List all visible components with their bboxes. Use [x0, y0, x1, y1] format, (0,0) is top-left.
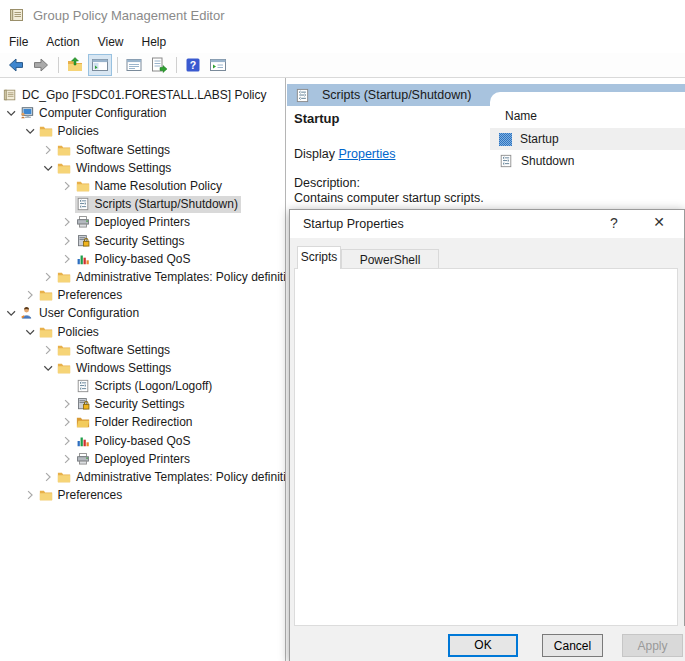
scripts-icon — [76, 197, 90, 211]
chevron-glyph — [60, 215, 74, 229]
tab-scripts[interactable]: Scripts — [297, 246, 341, 269]
app-scroll-icon — [9, 7, 25, 23]
tree-item-windows-settings[interactable]: Windows Settings — [0, 359, 285, 377]
chevron-glyph — [41, 270, 55, 284]
up-one-level-button[interactable] — [63, 54, 87, 76]
tree-item-administrative-templates-policy-definitions[interactable]: Administrative Templates: Policy definit… — [0, 268, 285, 286]
new-window-button[interactable] — [206, 54, 230, 76]
chevron-right-icon[interactable] — [22, 287, 38, 303]
tree-item-computer-configuration[interactable]: Computer Configuration — [0, 104, 285, 122]
chevron-down-icon[interactable] — [3, 305, 19, 321]
tree-item-user-configuration[interactable]: User Configuration — [0, 304, 285, 322]
chevron-down-icon[interactable] — [40, 160, 56, 176]
tree-item-scripts-startup-shutdown[interactable]: Scripts (Startup/Shutdown) — [0, 195, 285, 213]
tree-item-folder-redirection[interactable]: Folder Redirection — [0, 413, 285, 431]
chevron-right-icon[interactable] — [59, 233, 75, 249]
description-text: Contains computer startup scripts. — [294, 191, 484, 205]
chevron-right-icon[interactable] — [59, 451, 75, 467]
scripts-icon — [76, 379, 90, 393]
chevron-glyph — [23, 488, 37, 502]
tree-item-label: Policies — [58, 325, 99, 339]
tree-item-label: Software Settings — [76, 143, 170, 157]
cancel-button[interactable]: Cancel — [542, 634, 603, 657]
properties-icon — [125, 56, 143, 74]
tab-powershell-scripts[interactable]: PowerShell Scripts — [341, 249, 439, 269]
chevron-glyph — [60, 397, 74, 411]
tree-item-security-settings[interactable]: Security Settings — [0, 395, 285, 413]
chevron-right-icon[interactable] — [40, 342, 56, 358]
dialog-help-button[interactable]: ? — [604, 215, 624, 234]
chevron-right-icon[interactable] — [40, 142, 56, 158]
menu-file[interactable]: File — [0, 32, 37, 52]
chevron-down-icon[interactable] — [40, 360, 56, 376]
results-item-startup[interactable]: Startup — [490, 128, 685, 150]
console-tree-icon — [91, 56, 109, 74]
chevron-right-icon[interactable] — [59, 414, 75, 430]
tree-item-label: Scripts (Startup/Shutdown) — [95, 197, 238, 211]
properties-link[interactable]: Properties — [338, 147, 395, 161]
tree-item-scripts-logon-logoff[interactable]: Scripts (Logon/Logoff) — [0, 377, 285, 395]
chevron-right-icon[interactable] — [40, 469, 56, 485]
chevron-down-icon[interactable] — [22, 324, 38, 340]
qos-icon — [76, 434, 90, 448]
tree-item-label: Administrative Templates: Policy definit… — [76, 470, 286, 484]
security-icon — [76, 234, 90, 248]
menu-view[interactable]: View — [89, 32, 133, 52]
chevron-down-icon[interactable] — [3, 105, 19, 121]
tree-item-administrative-templates-policy-definitions[interactable]: Administrative Templates: Policy definit… — [0, 468, 285, 486]
tree-item-name-resolution-policy[interactable]: Name Resolution Policy — [0, 177, 285, 195]
chevron-right-icon[interactable] — [59, 396, 75, 412]
dialog-close-button[interactable]: ✕ — [645, 214, 673, 235]
tree-item-deployed-printers[interactable]: Deployed Printers — [0, 450, 285, 468]
chevron-down-icon[interactable] — [22, 123, 38, 139]
apply-button[interactable]: Apply — [622, 634, 683, 657]
chevron-glyph — [41, 161, 55, 175]
menu-help[interactable]: Help — [133, 32, 176, 52]
results-items: StartupShutdown — [490, 128, 685, 172]
chevron-right-icon[interactable] — [22, 487, 38, 503]
results-header-title: Scripts (Startup/Shutdown) — [322, 88, 471, 102]
chevron-glyph — [60, 179, 74, 193]
export-list-button[interactable] — [147, 54, 171, 76]
new-window-icon — [209, 56, 227, 74]
help-button[interactable] — [181, 54, 205, 76]
properties-button[interactable] — [122, 54, 146, 76]
folder-icon — [57, 470, 71, 484]
tree-item-software-settings[interactable]: Software Settings — [0, 341, 285, 359]
taskpad-display-row: Display Properties — [294, 147, 395, 161]
window-title: Group Policy Management Editor — [33, 8, 224, 23]
chevron-right-icon[interactable] — [59, 178, 75, 194]
menu-action[interactable]: Action — [37, 32, 88, 52]
tree-item-policy-based-qos[interactable]: Policy-based QoS — [0, 432, 285, 450]
show-console-tree-button[interactable] — [88, 54, 112, 76]
tree-item-deployed-printers[interactable]: Deployed Printers — [0, 213, 285, 231]
tree-item-label: Administrative Templates: Policy definit… — [76, 270, 286, 284]
chevron-right-icon[interactable] — [59, 214, 75, 230]
folder-icon — [57, 343, 71, 357]
tree-item-preferences[interactable]: Preferences — [0, 486, 285, 504]
scripts-icon — [295, 88, 310, 103]
group-policy-management-editor-window: Group Policy Management Editor File Acti… — [0, 0, 685, 661]
chevron-glyph — [41, 470, 55, 484]
back-button[interactable] — [4, 54, 28, 76]
forward-button[interactable] — [29, 54, 53, 76]
chevron-right-icon[interactable] — [40, 269, 56, 285]
results-column-name[interactable]: Name — [505, 109, 537, 123]
tree-item-label: Deployed Printers — [95, 215, 190, 229]
results-item-label: Startup — [520, 132, 559, 146]
tree-item-preferences[interactable]: Preferences — [0, 286, 285, 304]
tree-item-dc-gpo-fsdc01-forestall-labs-policy[interactable]: DC_Gpo [FSDC01.FORESTALL.LABS] Policy — [0, 86, 285, 104]
tree-item-policies[interactable]: Policies — [0, 122, 285, 140]
chevron-right-icon[interactable] — [59, 433, 75, 449]
tree-item-policies[interactable]: Policies — [0, 322, 285, 340]
tree-item-label: Computer Configuration — [39, 106, 166, 120]
toolbar-separator — [58, 57, 59, 73]
ok-button[interactable]: OK — [448, 634, 518, 657]
results-item-shutdown[interactable]: Shutdown — [490, 150, 685, 172]
tree-item-policy-based-qos[interactable]: Policy-based QoS — [0, 250, 285, 268]
folder-icon — [57, 161, 71, 175]
tree-item-windows-settings[interactable]: Windows Settings — [0, 159, 285, 177]
chevron-right-icon[interactable] — [59, 251, 75, 267]
tree-item-security-settings[interactable]: Security Settings — [0, 232, 285, 250]
tree-item-software-settings[interactable]: Software Settings — [0, 141, 285, 159]
